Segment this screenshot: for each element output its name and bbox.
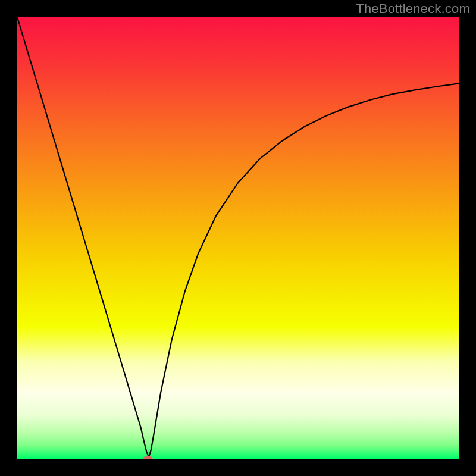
- chart-frame: TheBottleneck.com: [0, 0, 476, 476]
- chart-svg: [17, 17, 459, 459]
- watermark-label: TheBottleneck.com: [356, 1, 470, 17]
- plot-area: [17, 17, 459, 459]
